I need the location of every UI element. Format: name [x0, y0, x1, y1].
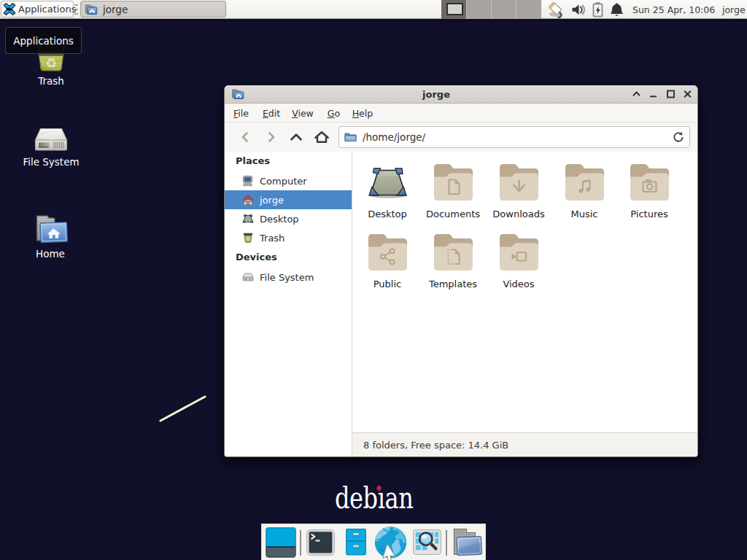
path-folder-icon	[344, 132, 357, 142]
file-manager-window: jorge File Edit View Go Help /home/jorge…	[224, 85, 698, 457]
sidebar-header-places: Places	[225, 154, 352, 168]
menu-edit[interactable]: Edit	[263, 108, 280, 119]
templates-folder-icon	[434, 233, 473, 271]
xfce-logo-icon	[3, 3, 16, 15]
path-bar[interactable]: /home/jorge/	[338, 126, 690, 148]
debian-logo-text-1: deb	[335, 481, 378, 516]
folder-item-label: Documents	[426, 209, 480, 219]
workspace-window-preview	[446, 3, 463, 15]
window-title: jorge	[225, 89, 648, 100]
sidebar-item-trash[interactable]: ♻ Trash	[225, 228, 352, 247]
file-cabinet-icon[interactable]	[346, 529, 366, 556]
workspace-2[interactable]	[467, 0, 492, 19]
videos-folder-icon	[500, 233, 538, 271]
volume-icon[interactable]	[571, 0, 588, 19]
applications-menu-button[interactable]: Applications	[1, 1, 74, 18]
bottom-dock	[261, 524, 486, 560]
window-body: Places Computer jorge Desktop ♻ Trash De…	[225, 152, 697, 456]
debian-logo-text-2: an	[385, 481, 414, 516]
pictures-folder-icon	[630, 163, 669, 201]
folder-item-desktop[interactable]: Desktop	[355, 163, 420, 219]
home-folder-icon	[85, 4, 98, 15]
folder-item-label: Downloads	[492, 209, 544, 219]
sidebar-item-label: jorge	[260, 195, 284, 206]
right-pane: Desktop Documents Downloads Music Pictur…	[352, 152, 697, 456]
minimize-button[interactable]	[645, 85, 661, 103]
panel-user-label: jorge	[722, 0, 746, 19]
battery-icon[interactable]	[592, 0, 604, 19]
folder-item-music[interactable]: Music	[551, 163, 617, 219]
desktop-icon-label: Trash	[38, 75, 64, 87]
panel-clock[interactable]: Sun 25 Apr, 10:06	[632, 0, 715, 19]
menu-view[interactable]: View	[292, 108, 314, 119]
app-finder-icon[interactable]	[413, 529, 441, 555]
folder-item-downloads[interactable]: Downloads	[486, 163, 551, 219]
workspace-1[interactable]	[441, 0, 467, 19]
show-desktop-icon[interactable]	[266, 527, 296, 558]
network-icon[interactable]	[548, 0, 568, 19]
workspace-3[interactable]	[492, 0, 516, 19]
trash-icon: ♻	[242, 232, 255, 244]
taskbar-window-button[interactable]: jorge	[80, 1, 226, 18]
reload-icon[interactable]	[673, 131, 684, 143]
workspace-4[interactable]	[516, 0, 541, 19]
desktop-icon-home[interactable]: Home	[18, 214, 83, 260]
up-button[interactable]	[285, 126, 307, 148]
dock-separator	[446, 530, 447, 556]
folder-item-label: Pictures	[630, 209, 667, 219]
sidebar-item-computer[interactable]: Computer	[225, 171, 352, 190]
folder-item-public[interactable]: Public	[355, 233, 420, 289]
home-button[interactable]	[311, 126, 333, 148]
svg-text:♻: ♻	[246, 236, 251, 242]
close-button[interactable]	[679, 85, 695, 103]
debian-logo-i: ı	[378, 481, 385, 516]
menu-go[interactable]: Go	[328, 108, 340, 119]
statusbar-text: 8 folders, Free space: 14.4 GiB	[363, 440, 508, 451]
home-icon	[242, 194, 255, 206]
folder-item-pictures[interactable]: Pictures	[616, 163, 682, 219]
folder-item-templates[interactable]: Templates	[420, 233, 486, 289]
sidebar-item-desktop[interactable]: Desktop	[225, 209, 352, 228]
desktop-icon-file-system[interactable]: File System	[18, 128, 84, 168]
desktop-icon-label: Home	[36, 248, 65, 260]
maximize-button[interactable]	[662, 85, 678, 103]
window-titlebar[interactable]: jorge	[225, 85, 697, 104]
sidebar-item-jorge[interactable]: jorge	[225, 190, 352, 209]
forward-button[interactable]	[260, 126, 282, 148]
sidebar-header-devices: Devices	[225, 250, 352, 265]
menu-help[interactable]: Help	[352, 108, 374, 119]
notifications-bell-icon[interactable]	[609, 0, 624, 19]
desktop-scratch-line	[160, 396, 212, 421]
svg-text:♻: ♻	[45, 55, 57, 71]
folder-item-videos[interactable]: Videos	[486, 233, 551, 289]
file-manager-icon[interactable]	[452, 527, 482, 556]
menubar: File Edit View Go Help	[225, 104, 697, 122]
desktop-icon	[242, 213, 255, 225]
home-folder-icon	[33, 214, 68, 245]
desktop-icon-label: File System	[23, 156, 79, 168]
folder-item-documents[interactable]: Documents	[420, 163, 486, 219]
applications-menu-label: Applications	[18, 4, 76, 15]
desktop-icon	[368, 163, 407, 201]
sidebar-item-file-system[interactable]: File System	[225, 268, 352, 287]
documents-folder-icon	[434, 163, 473, 201]
folder-view[interactable]: Desktop Documents Downloads Music Pictur…	[352, 152, 697, 432]
path-text[interactable]: /home/jorge/	[363, 131, 673, 143]
sidebar-item-label: File System	[260, 272, 314, 283]
downloads-folder-icon	[500, 163, 538, 201]
panel-shadow	[0, 20, 747, 21]
public-folder-icon	[368, 233, 407, 271]
terminal-icon[interactable]	[306, 529, 335, 556]
back-button[interactable]	[235, 126, 257, 148]
dock-separator	[300, 530, 301, 556]
toolbar: /home/jorge/	[225, 122, 697, 152]
panel-handle[interactable]	[74, 4, 79, 15]
sidebar: Places Computer jorge Desktop ♻ Trash De…	[225, 152, 352, 456]
hard-drive-icon	[242, 271, 255, 283]
shade-button[interactable]	[628, 85, 644, 103]
folder-item-label: Templates	[429, 279, 477, 289]
workspace-pager[interactable]	[441, 0, 541, 19]
menu-file[interactable]: File	[233, 108, 249, 119]
web-browser-icon[interactable]	[374, 526, 407, 560]
folder-item-label: Public	[374, 279, 401, 289]
